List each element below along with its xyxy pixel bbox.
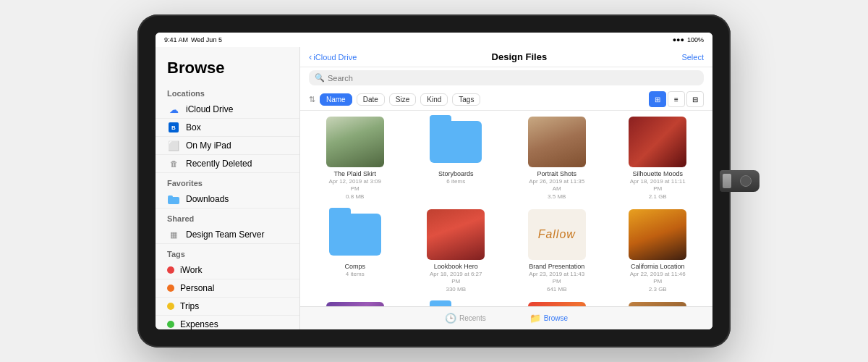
sidebar-item-recently-deleted[interactable]: 🗑 Recently Deleted (156, 155, 299, 173)
sort-name-button[interactable]: Name (320, 93, 352, 106)
sidebar-item-tag-work[interactable]: iWork (156, 261, 299, 279)
sort-date-button[interactable]: Date (357, 93, 385, 106)
tag-work-label: iWork (180, 265, 202, 275)
file-thumb-silhouette-moods (629, 117, 686, 167)
file-item-comps[interactable]: Comps 4 items (309, 209, 401, 293)
downloads-label: Downloads (186, 194, 229, 204)
server-icon: ▦ (167, 230, 180, 240)
signal-display: ●●● (673, 36, 684, 43)
sidebar-title: Browse (156, 56, 299, 83)
file-item-california-location[interactable]: California Location Apr 22, 2019 at 11:4… (612, 209, 705, 293)
shared-header: Shared (156, 209, 299, 226)
search-input-wrap: 🔍 (309, 70, 704, 85)
main-content: Browse Locations ☁ iCloud Drive B Box (156, 47, 712, 329)
file-meta-lookbook-hero: Apr 18, 2019 at 6:27 PM330 MB (425, 271, 487, 293)
sidebar-item-design-team[interactable]: ▦ Design Team Server (156, 226, 299, 244)
file-name-brand-presentation: Brand Presentation (529, 263, 584, 271)
cloud-icon: ☁ (167, 104, 180, 114)
sidebar: Browse Locations ☁ iCloud Drive B Box (156, 47, 300, 329)
file-item-lookbook-hero[interactable]: Lookbook Hero Apr 18, 2019 at 6:27 PM330… (410, 209, 503, 293)
tag-dot-trips (167, 303, 174, 310)
sidebar-item-tag-expenses[interactable]: Expenses (156, 316, 299, 329)
recently-deleted-label: Recently Deleted (186, 159, 252, 169)
sort-tags-button[interactable]: Tags (452, 93, 480, 106)
file-item-storyboards[interactable]: Storyboards 6 items (410, 117, 503, 201)
back-button[interactable]: ‹ iCloud Drive (309, 51, 357, 62)
folder-shape-storyboards (430, 121, 482, 163)
chevron-left-icon: ‹ (309, 51, 312, 62)
tag-trips-label: Trips (180, 301, 199, 311)
tags-header: Tags (156, 244, 299, 261)
tab-recents[interactable]: 🕒 Recents (445, 313, 486, 324)
tag-dot-personal (167, 285, 174, 292)
columns-view-button[interactable]: ⊟ (686, 91, 704, 107)
file-name-comps: Comps (344, 263, 365, 271)
usb-logo (740, 175, 752, 187)
file-name-plaid-skirt: The Plaid Skirt (333, 170, 376, 178)
sort-size-button[interactable]: Size (389, 93, 416, 106)
file-name-silhouette-moods: Silhouette Moods (632, 170, 683, 178)
file-area: ‹ iCloud Drive Design Files Select 🔍 (300, 47, 712, 329)
tag-personal-label: Personal (180, 283, 214, 293)
file-thumb-photoshoot-brief (629, 302, 686, 306)
file-nav: ‹ iCloud Drive (309, 51, 357, 62)
file-item-brand-presentation[interactable]: Fallow Brand Presentation Apr 23, 2019 a… (511, 209, 603, 293)
file-meta-brand-presentation: Apr 23, 2019 at 11:43 PM641 MB (526, 271, 587, 293)
folder-thumb-proposals (427, 302, 485, 306)
file-title: Design Files (492, 51, 548, 62)
file-name-portrait-shots: Portrait Shots (537, 170, 576, 178)
toolbar-row: ⇅ Name Date Size Kind Tags ⊞ ≡ ⊟ (300, 88, 712, 111)
box-icon: B (167, 122, 180, 132)
design-team-label: Design Team Server (186, 230, 265, 240)
list-view-button[interactable]: ≡ (668, 91, 685, 107)
file-thumb-california-location (629, 209, 686, 260)
file-thumb-lookbook-hero (427, 209, 485, 260)
browse-label: Browse (544, 314, 568, 322)
tag-expenses-label: Expenses (180, 319, 218, 329)
grid-view-button[interactable]: ⊞ (649, 91, 666, 107)
file-meta-portrait-shots: Apr 26, 2019 at 11:35 AM3.5 MB (526, 178, 587, 201)
folder-thumb-storyboards (427, 117, 485, 167)
back-label: iCloud Drive (313, 53, 357, 62)
time-display: 9:41 AM (164, 36, 188, 43)
recents-label: Recents (459, 314, 486, 322)
sidebar-item-box[interactable]: B Box (156, 119, 299, 137)
scene: 9:41 AM Wed Jun 5 ●●● 100% Browse Locati… (36, 7, 832, 355)
sidebar-item-icloud-drive[interactable]: ☁ iCloud Drive (156, 101, 299, 119)
sort-kind-button[interactable]: Kind (420, 93, 448, 106)
on-my-ipad-label: On My iPad (186, 140, 231, 151)
file-meta-plaid-skirt: Apr 12, 2019 at 3:09 PM0.8 MB (324, 178, 386, 201)
select-button[interactable]: Select (681, 53, 704, 62)
sidebar-item-tag-trips[interactable]: Trips (156, 298, 299, 316)
file-header: ‹ iCloud Drive Design Files Select (300, 47, 712, 67)
usb-drive (720, 170, 760, 192)
tab-bar: 🕒 Recents 📁 Browse (300, 306, 712, 329)
battery-display: 100% (687, 36, 704, 43)
file-item-silhouette-moods[interactable]: Silhouette Moods Apr 18, 2019 at 11:11 P… (612, 117, 705, 201)
date-display: Wed Jun 5 (191, 36, 222, 43)
file-name-storyboards: Storyboards (438, 170, 474, 178)
downloads-folder-icon (167, 194, 180, 204)
sidebar-item-downloads[interactable]: Downloads (156, 190, 299, 209)
search-input[interactable] (328, 74, 698, 83)
tab-browse[interactable]: 📁 Browse (529, 313, 568, 324)
box-logo: B (169, 122, 179, 132)
usb-body (731, 170, 760, 192)
ipad-icon: ⬜ (167, 140, 180, 151)
file-item-plaid-skirt[interactable]: The Plaid Skirt Apr 12, 2019 at 3:09 PM0… (309, 117, 401, 201)
file-meta-storyboards: 6 items (446, 178, 465, 185)
file-meta-comps: 4 items (346, 271, 365, 278)
file-meta-silhouette-moods: Apr 18, 2019 at 11:11 PM2.1 GB (627, 178, 689, 201)
file-item-portrait-shots[interactable]: Portrait Shots Apr 26, 2019 at 11:35 AM3… (511, 117, 603, 201)
sidebar-item-tag-personal[interactable]: Personal (156, 279, 299, 298)
search-bar: 🔍 (300, 67, 712, 88)
file-grid: The Plaid Skirt Apr 12, 2019 at 3:09 PM0… (300, 111, 712, 306)
usb-connector (723, 174, 731, 188)
status-right: ●●● 100% (673, 36, 704, 43)
sidebar-item-on-my-ipad[interactable]: ⬜ On My iPad (156, 137, 299, 155)
icloud-label: iCloud Drive (186, 104, 233, 114)
tag-dot-expenses (167, 321, 174, 328)
trash-icon: 🗑 (167, 159, 180, 169)
sort-icon: ⇅ (309, 95, 315, 104)
file-name-california-location: California Location (631, 263, 685, 271)
